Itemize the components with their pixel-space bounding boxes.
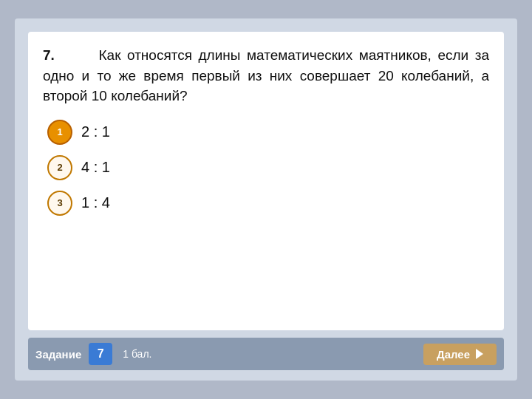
answer-number-3: 3 (57, 197, 62, 208)
answer-row-1: 1 2 : 1 (47, 120, 489, 145)
question-text: 7. Как относятся длины математических ма… (43, 45, 489, 106)
score-label: 1 бал. (123, 348, 151, 360)
next-button-label: Далее (437, 348, 470, 361)
task-number: 7 (98, 347, 104, 361)
task-number-box: 7 (89, 343, 112, 365)
next-button[interactable]: Далее (423, 344, 497, 365)
answer-row-3: 3 1 : 4 (47, 191, 489, 216)
answer-label-1: 2 : 1 (81, 123, 110, 140)
question-body: Как относятся длины математических маятн… (43, 47, 489, 103)
answer-btn-2[interactable]: 2 (47, 155, 72, 180)
bottom-bar: Задание 7 1 бал. Далее (28, 338, 504, 370)
next-arrow-icon (476, 349, 483, 359)
answer-label-2: 4 : 1 (81, 159, 110, 176)
answer-number-1: 1 (57, 126, 62, 137)
answer-number-2: 2 (57, 162, 62, 173)
slide-container: 7. Как относятся длины математических ма… (15, 18, 517, 381)
question-card: 7. Как относятся длины математических ма… (28, 32, 504, 330)
answer-btn-1[interactable]: 1 (47, 120, 72, 145)
answer-label-3: 1 : 4 (81, 194, 110, 211)
question-number: 7. (43, 47, 55, 63)
answer-btn-3[interactable]: 3 (47, 191, 72, 216)
answer-row-2: 2 4 : 1 (47, 155, 489, 180)
zadanie-label: Задание (35, 348, 81, 361)
answers-list: 1 2 : 1 2 4 : 1 3 1 : 4 (43, 120, 489, 216)
